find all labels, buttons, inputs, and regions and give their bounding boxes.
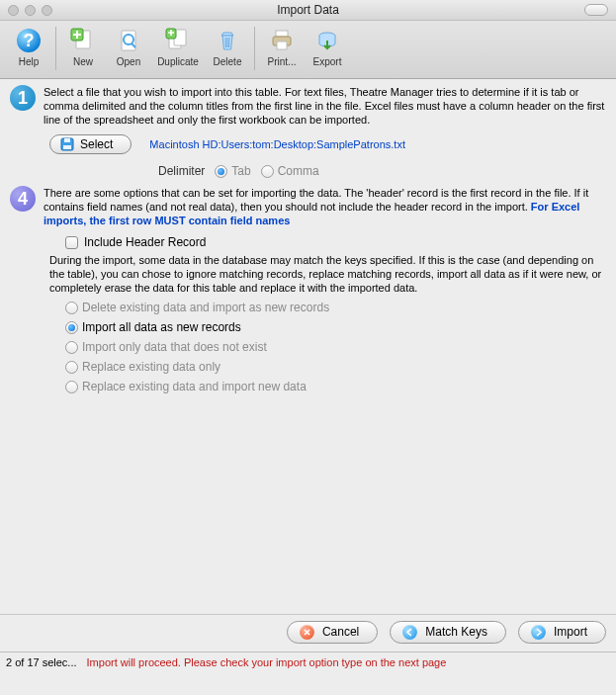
svg-rect-13 bbox=[276, 31, 288, 37]
delimiter-row: Delimiter Tab Comma bbox=[10, 164, 606, 178]
radio-label: Replace existing data and import new dat… bbox=[82, 380, 307, 393]
radio-icon bbox=[215, 165, 227, 178]
help-button[interactable]: ? Help bbox=[6, 25, 51, 67]
status-selection-count: 2 of 17 selec... bbox=[6, 656, 77, 668]
svg-rect-19 bbox=[63, 145, 71, 149]
import-mode-import-not-exist[interactable]: Import only data that does not exist bbox=[65, 340, 606, 354]
dialog-body: 1 Select a file that you wish to import … bbox=[0, 79, 616, 672]
select-file-button[interactable]: Select bbox=[49, 134, 132, 154]
import-mode-replace-and-import[interactable]: Replace existing data and import new dat… bbox=[65, 380, 606, 393]
select-button-label: Select bbox=[80, 137, 113, 151]
include-header-row: Include Header Record bbox=[65, 235, 606, 249]
radio-label: Import all data as new records bbox=[82, 320, 241, 334]
print-icon bbox=[266, 25, 298, 56]
radio-label: Replace existing data only bbox=[82, 360, 220, 374]
forward-arrow-icon bbox=[531, 625, 546, 640]
window-title: Import Data bbox=[0, 3, 616, 17]
duplicate-icon bbox=[162, 25, 194, 56]
delimiter-tab-radio[interactable]: Tab bbox=[215, 164, 250, 178]
back-arrow-icon bbox=[402, 625, 417, 640]
import-mode-import-all-new[interactable]: Import all data as new records bbox=[65, 320, 606, 334]
cancel-button[interactable]: Cancel bbox=[287, 621, 378, 644]
import-mode-delete-existing[interactable]: Delete existing data and import as new r… bbox=[65, 301, 606, 314]
step-4-text: There are some options that can be set f… bbox=[44, 186, 606, 227]
step-4-text2: During the import, some data in the data… bbox=[49, 253, 606, 295]
delimiter-label: Delimiter bbox=[158, 164, 205, 178]
toolbar-label: New bbox=[73, 56, 93, 67]
radio-icon bbox=[65, 321, 78, 334]
svg-rect-18 bbox=[64, 138, 70, 142]
toolbar-label: Export bbox=[313, 56, 342, 67]
disk-icon bbox=[60, 137, 74, 151]
button-label: Match Keys bbox=[425, 625, 487, 639]
svg-text:?: ? bbox=[24, 31, 35, 50]
toolbar-label: Open bbox=[117, 56, 140, 67]
step-badge-1: 1 bbox=[10, 85, 36, 111]
step-1-text: Select a file that you wish to import in… bbox=[44, 85, 606, 127]
svg-line-12 bbox=[229, 38, 230, 47]
match-keys-button[interactable]: Match Keys bbox=[390, 621, 506, 644]
toolbar-separator bbox=[55, 27, 56, 70]
export-button[interactable]: Export bbox=[305, 25, 350, 67]
button-label: Import bbox=[554, 625, 587, 639]
delete-icon bbox=[212, 25, 243, 56]
status-message: Import will proceed. Please check your i… bbox=[87, 656, 447, 668]
import-mode-options: Delete existing data and import as new r… bbox=[65, 301, 606, 393]
toolbar-label: Help bbox=[19, 56, 40, 67]
radio-label: Delete existing data and import as new r… bbox=[82, 301, 329, 314]
radio-label: Import only data that does not exist bbox=[82, 340, 267, 354]
svg-rect-15 bbox=[277, 42, 287, 49]
toolbar: ? Help New Open bbox=[0, 21, 616, 79]
radio-icon bbox=[261, 165, 274, 178]
delete-button[interactable]: Delete bbox=[205, 25, 250, 67]
import-mode-replace-only[interactable]: Replace existing data only bbox=[65, 360, 606, 374]
dialog-button-bar: Cancel Match Keys Import bbox=[0, 615, 616, 649]
import-button[interactable]: Import bbox=[518, 621, 606, 644]
step-4-text-main: There are some options that can be set f… bbox=[44, 187, 588, 213]
radio-icon bbox=[65, 302, 78, 314]
include-header-checkbox[interactable] bbox=[65, 236, 78, 249]
step-badge-4: 4 bbox=[10, 186, 36, 212]
toolbar-toggle-pill[interactable] bbox=[584, 4, 608, 16]
export-icon bbox=[311, 25, 343, 56]
toolbar-label: Duplicate bbox=[157, 56, 199, 67]
title-bar: Import Data bbox=[0, 0, 616, 21]
select-file-row: Select Macintosh HD:Users:tom:Desktop:Sa… bbox=[49, 134, 606, 154]
open-button[interactable]: Open bbox=[106, 25, 151, 67]
radio-icon bbox=[65, 341, 78, 354]
new-button[interactable]: New bbox=[60, 25, 106, 67]
delimiter-comma-radio[interactable]: Comma bbox=[261, 164, 319, 178]
radio-label: Comma bbox=[278, 164, 319, 178]
svg-line-10 bbox=[225, 38, 226, 47]
new-icon bbox=[67, 25, 99, 56]
radio-icon bbox=[65, 381, 78, 393]
toolbar-label: Delete bbox=[214, 56, 242, 67]
toolbar-separator bbox=[254, 27, 255, 70]
print-button[interactable]: Print... bbox=[259, 25, 305, 67]
selected-file-path: Macintosh HD:Users:tom:Desktop:SamplePat… bbox=[149, 138, 405, 150]
duplicate-button[interactable]: Duplicate bbox=[151, 25, 205, 67]
open-icon bbox=[113, 25, 144, 56]
step-4-row: 4 There are some options that can be set… bbox=[10, 186, 606, 227]
toolbar-label: Print... bbox=[268, 56, 297, 67]
help-icon: ? bbox=[13, 25, 44, 56]
status-bar: 2 of 17 selec... Import will proceed. Pl… bbox=[0, 652, 616, 672]
cancel-icon bbox=[300, 625, 314, 640]
include-header-label: Include Header Record bbox=[84, 235, 206, 249]
step-1-row: 1 Select a file that you wish to import … bbox=[10, 85, 606, 127]
radio-label: Tab bbox=[231, 164, 250, 178]
button-label: Cancel bbox=[322, 625, 359, 639]
radio-icon bbox=[65, 361, 78, 374]
